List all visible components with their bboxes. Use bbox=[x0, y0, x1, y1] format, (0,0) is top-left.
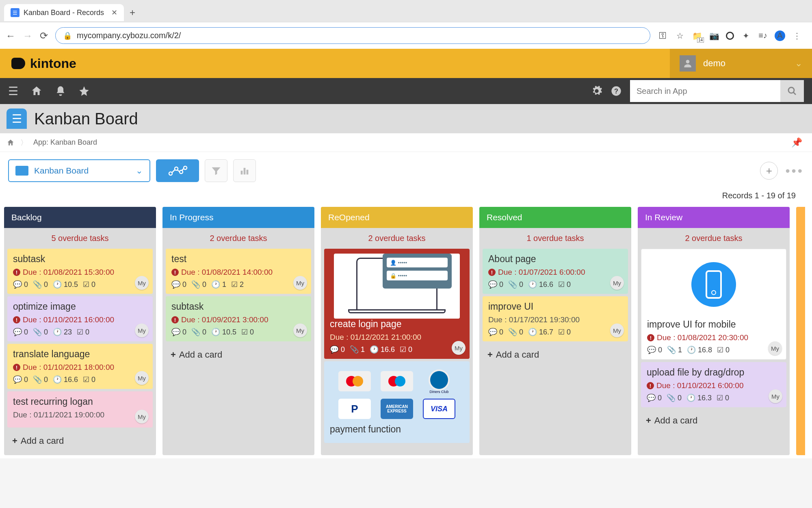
toolbar: Kanban Board ⌄ + ••• bbox=[0, 152, 812, 189]
clock-icon: 🕐 10.5 bbox=[211, 328, 236, 336]
add-card-button[interactable]: + Add a card bbox=[483, 344, 628, 366]
new-tab-button[interactable]: + bbox=[130, 7, 135, 18]
warning-icon: ! bbox=[647, 334, 654, 341]
kanban-card[interactable]: upload file by drag/drop! Due : 01/10/20… bbox=[641, 362, 786, 407]
svg-line-4 bbox=[793, 92, 796, 95]
pin-icon[interactable]: 📌 bbox=[791, 137, 802, 148]
attachment-icon: 📎 0 bbox=[191, 280, 206, 289]
svg-point-3 bbox=[788, 87, 794, 93]
puzzle-icon[interactable]: ✦ bbox=[741, 30, 751, 41]
card-meta: 💬 0📎 1🕐 16.6☑ 0 bbox=[330, 345, 464, 354]
kanban-card[interactable]: 👤 •••••🔒 •••••create login pageDue : 01/… bbox=[324, 249, 470, 359]
card-due-date: ! Due : 01/09/2021 3:00:00 bbox=[171, 315, 305, 324]
add-card-button[interactable]: + Add a card bbox=[7, 430, 153, 452]
kanban-column: ReOpened2 overdue tasks👤 •••••🔒 •••••cre… bbox=[321, 207, 473, 455]
card-title: create login page bbox=[330, 319, 464, 330]
brand-logo[interactable]: kintone bbox=[11, 56, 76, 71]
view-selector[interactable]: Kanban Board ⌄ bbox=[8, 159, 150, 182]
profile-avatar[interactable]: A bbox=[775, 30, 785, 41]
card-meta: 💬 0📎 0🕐 10.5☑ 0 bbox=[13, 280, 147, 289]
kanban-card[interactable]: About page! Due : 01/07/2021 6:00:00💬 0📎… bbox=[483, 249, 628, 294]
search-input[interactable] bbox=[630, 80, 780, 102]
kanban-card[interactable]: translate language! Due : 01/10/2021 18:… bbox=[7, 344, 153, 389]
clock-icon: 🕐 16.7 bbox=[528, 328, 553, 336]
card-meta: 💬 0📎 0🕐 16.6☑ 0 bbox=[488, 280, 622, 289]
clock-icon: 🕐 16.6 bbox=[370, 345, 395, 354]
star-icon[interactable]: ☆ bbox=[675, 30, 685, 41]
card-due-date: ! Due : 01/08/2021 14:00:00 bbox=[171, 268, 305, 277]
clock-icon: 🕐 23 bbox=[53, 328, 72, 336]
overdue-count: 5 overdue tasks bbox=[7, 231, 153, 246]
more-menu-icon[interactable]: ••• bbox=[785, 163, 804, 178]
browser-extensions: ⚿ ☆ 📁14 📷 ✦ ≡♪ A ⋮ bbox=[658, 30, 806, 41]
folder-icon[interactable]: 📁14 bbox=[692, 30, 702, 41]
chart-button[interactable] bbox=[233, 159, 256, 182]
graph-view-button[interactable] bbox=[156, 159, 199, 182]
view-name: Kanban Board bbox=[34, 166, 89, 176]
reload-button[interactable]: ⟳ bbox=[40, 30, 48, 41]
sub-header: ☰ ? bbox=[0, 78, 812, 104]
warning-icon: ! bbox=[647, 382, 654, 389]
card-meta: 💬 0📎 0🕐 16.3☑ 0 bbox=[647, 393, 781, 402]
card-due-date: ! Due : 01/10/2021 6:00:00 bbox=[647, 381, 781, 390]
help-icon[interactable]: ? bbox=[611, 85, 622, 97]
home-breadcrumb-icon[interactable] bbox=[6, 139, 15, 147]
attachment-icon: 📎 0 bbox=[508, 280, 523, 289]
card-thumbnail: 👤 •••••🔒 ••••• bbox=[334, 254, 460, 319]
checklist-icon: ☑ 0 bbox=[558, 280, 571, 289]
bell-icon[interactable] bbox=[55, 85, 66, 97]
key-icon[interactable]: ⚿ bbox=[658, 30, 668, 41]
add-record-button[interactable]: + bbox=[760, 162, 778, 180]
kanban-column-partial[interactable] bbox=[796, 207, 805, 455]
kanban-card[interactable]: improve UIDue : 01/17/2021 19:30:00💬 0📎 … bbox=[483, 296, 628, 341]
svg-text:?: ? bbox=[614, 87, 618, 95]
kanban-card[interactable]: improve UI for mobile! Due : 01/08/2021 … bbox=[641, 249, 786, 360]
close-tab-icon[interactable]: ✕ bbox=[111, 8, 117, 17]
add-card-button[interactable]: + Add a card bbox=[641, 410, 786, 432]
card-title: improve UI for mobile bbox=[647, 319, 780, 330]
column-header[interactable]: In Review bbox=[638, 207, 790, 228]
card-title: translate language bbox=[13, 349, 147, 360]
kanban-card[interactable]: subtask! Due : 01/08/2021 15:30:00💬 0📎 0… bbox=[7, 249, 153, 294]
home-icon[interactable] bbox=[30, 85, 43, 97]
checklist-icon: ☑ 0 bbox=[83, 375, 95, 384]
circle-icon[interactable] bbox=[726, 32, 734, 40]
warning-icon: ! bbox=[13, 364, 20, 371]
kanban-card[interactable]: subtask! Due : 01/09/2021 3:00:00💬 0📎 0🕐… bbox=[166, 296, 311, 341]
warning-icon: ! bbox=[171, 269, 179, 276]
kanban-card[interactable]: Diners ClubPAMERICANEXPRESSVISApayment f… bbox=[324, 361, 470, 443]
card-due-date: ! Due : 01/10/2021 18:00:00 bbox=[13, 363, 147, 372]
playlist-icon[interactable]: ≡♪ bbox=[758, 30, 768, 41]
kanban-card[interactable]: test recurring loganDue : 01/11/2021 19:… bbox=[7, 391, 153, 428]
user-menu[interactable]: demo ⌄ bbox=[670, 49, 812, 78]
column-header[interactable]: Backlog bbox=[4, 207, 156, 228]
camera-icon[interactable]: 📷 bbox=[709, 30, 719, 41]
card-meta: 💬 0📎 0🕐 10.5☑ 0 bbox=[171, 328, 305, 336]
favicon-icon: ☰ bbox=[11, 8, 19, 17]
hamburger-icon[interactable]: ☰ bbox=[8, 85, 18, 98]
card-thumbnail bbox=[649, 254, 779, 315]
gear-icon[interactable] bbox=[591, 85, 602, 97]
overdue-count: 1 overdue tasks bbox=[483, 231, 628, 246]
my-badge: My bbox=[610, 323, 624, 337]
column-header[interactable]: ReOpened bbox=[321, 207, 473, 228]
forward-button[interactable]: → bbox=[23, 30, 32, 41]
card-due-date: Due : 01/11/2021 19:00:00 bbox=[13, 410, 147, 419]
url-input[interactable]: 🔒 mycompany.cybozu.com/k/2/ bbox=[55, 27, 650, 44]
svg-rect-11 bbox=[247, 170, 249, 175]
add-card-button[interactable]: + Add a card bbox=[166, 344, 311, 366]
card-meta: 💬 0📎 0🕐 16.6☑ 0 bbox=[13, 375, 147, 384]
comments-icon: 💬 0 bbox=[13, 375, 28, 384]
star-nav-icon[interactable] bbox=[78, 85, 90, 97]
clock-icon: 🕐 16.8 bbox=[687, 345, 712, 354]
kanban-card[interactable]: optimize image! Due : 01/10/2021 16:00:0… bbox=[7, 296, 153, 341]
search-button[interactable] bbox=[780, 80, 804, 102]
column-header[interactable]: In Progress bbox=[162, 207, 314, 228]
column-header[interactable]: Resolved bbox=[479, 207, 631, 228]
back-button[interactable]: ← bbox=[6, 30, 15, 41]
browser-menu-icon[interactable]: ⋮ bbox=[792, 30, 802, 41]
breadcrumb-text[interactable]: App: Kanban Board bbox=[33, 138, 97, 147]
kanban-card[interactable]: test! Due : 01/08/2021 14:00:00💬 0📎 0🕐 1… bbox=[166, 249, 311, 294]
filter-button[interactable] bbox=[205, 159, 227, 182]
browser-tab[interactable]: ☰ Kanban Board - Records ✕ bbox=[4, 4, 124, 21]
